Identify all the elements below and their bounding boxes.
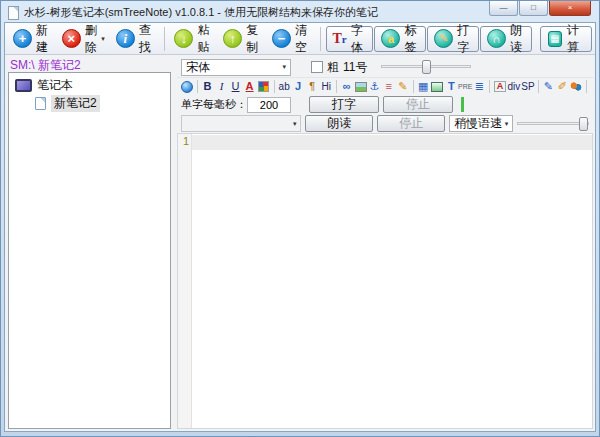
font-family-value: 宋体 xyxy=(186,59,210,76)
read-aloud-button-label: 朗读 xyxy=(510,22,525,56)
typing-row: 单字每毫秒： 打字 停止 xyxy=(177,95,593,114)
underline-icon[interactable]: U xyxy=(230,81,242,92)
line-number-gutter: 1 xyxy=(178,134,192,428)
font-button-label: 字体 xyxy=(351,22,367,56)
read-button[interactable]: 朗读 xyxy=(305,115,373,132)
window-content: + 新建 × 删除 ▾ i 查找 ↓ 粘贴 ↑ 复制 − xyxy=(4,22,596,432)
font-size-slider[interactable] xyxy=(381,60,471,74)
hr-icon[interactable]: ≡ xyxy=(383,81,395,92)
globe-a-icon: a xyxy=(381,29,400,48)
read-aloud-button[interactable]: ∩ 朗读 xyxy=(480,26,532,52)
type-button[interactable]: 打字 xyxy=(309,96,379,113)
close-button[interactable]: × xyxy=(549,1,591,16)
headphones-circle-icon: ∩ xyxy=(487,29,506,48)
note-page-icon xyxy=(35,97,46,110)
media-icon[interactable] xyxy=(431,82,443,92)
sp-icon[interactable]: SP xyxy=(522,82,534,92)
note-edit-icon[interactable]: ✎ xyxy=(542,81,554,92)
globe-icon[interactable] xyxy=(181,81,193,93)
table-icon[interactable]: ▦ xyxy=(417,81,429,92)
font-size-label: 11号 xyxy=(343,59,367,76)
slider-thumb[interactable] xyxy=(422,60,431,74)
pre-icon[interactable]: PRE xyxy=(459,83,471,90)
speech-speed-select[interactable]: 稍慢语速 ▾ xyxy=(449,115,513,132)
typing-progress-indicator xyxy=(461,97,464,112)
maximize-button[interactable]: □ xyxy=(519,1,548,16)
font-row: 宋体 ▾ 粗 11号 xyxy=(177,57,593,77)
calculate-button-label: 计算 xyxy=(567,22,585,56)
paste-button[interactable]: ↓ 粘贴 xyxy=(169,20,217,58)
icon-separator xyxy=(197,80,198,93)
typing-button[interactable]: ✎ 打字 xyxy=(427,26,479,52)
clear-button-label: 清空 xyxy=(295,22,310,56)
link-icon[interactable]: ∞ xyxy=(341,81,353,92)
typing-speed-group: 单字每毫秒： xyxy=(181,97,305,113)
list-icon[interactable]: ≣ xyxy=(473,81,485,92)
minus-circle-icon: − xyxy=(272,29,291,48)
new-button-label: 新建 xyxy=(36,22,51,56)
line-number: 1 xyxy=(183,135,189,147)
tree-item-label: 新笔记2 xyxy=(51,95,100,112)
pencil-circle-icon: ✎ xyxy=(434,29,453,48)
note-editor[interactable]: 1 xyxy=(177,133,593,429)
current-line-highlight xyxy=(192,135,592,150)
ms-per-char-input[interactable] xyxy=(247,97,291,113)
speech-speed-slider[interactable] xyxy=(517,117,589,131)
italic-icon[interactable]: I xyxy=(216,81,228,92)
arrow-up-circle-icon: ↑ xyxy=(223,29,242,48)
bold-checkbox[interactable] xyxy=(311,61,323,73)
icon-separator xyxy=(274,80,275,93)
delete-dropdown-icon[interactable]: ▾ xyxy=(101,35,105,43)
slider-thumb[interactable] xyxy=(579,117,588,131)
reading-row: ▾ 朗读 停止 稍慢语速 ▾ xyxy=(177,114,593,133)
users-icon[interactable] xyxy=(570,81,582,92)
ms-per-char-label: 单字每毫秒： xyxy=(181,97,247,112)
highlight-icon[interactable]: ab xyxy=(278,82,290,92)
superscript-icon[interactable]: Hi xyxy=(320,82,332,92)
x-circle-icon: × xyxy=(62,29,81,48)
image-icon[interactable] xyxy=(355,82,367,92)
calculate-button[interactable]: ▦ 计算 xyxy=(540,26,592,52)
tree-item-note[interactable]: 新笔记2 xyxy=(11,94,168,112)
window-title: 水杉-树形笔记本(smTreeNote) v1.0.8.1 - 使用无限树结构来… xyxy=(24,5,378,20)
delete-button[interactable]: × 删除 ▾ xyxy=(57,20,110,58)
anchor-icon[interactable]: ⚓ xyxy=(369,81,381,92)
app-window: 水杉-树形笔记本(smTreeNote) v1.0.8.1 - 使用无限树结构来… xyxy=(0,0,600,437)
font-button[interactable]: Tr 字体 xyxy=(326,26,374,52)
icon-separator xyxy=(489,80,490,93)
copy-button[interactable]: ↑ 复制 xyxy=(218,20,266,58)
pilcrow-icon[interactable]: ¶ xyxy=(306,81,318,92)
plus-circle-icon: + xyxy=(13,29,32,48)
read-stop-button[interactable]: 停止 xyxy=(377,115,445,132)
div-icon[interactable]: div xyxy=(508,82,520,92)
font-color-icon[interactable]: A xyxy=(244,81,256,92)
pen-icon[interactable]: ✐ xyxy=(556,81,568,92)
new-button[interactable]: + 新建 xyxy=(8,20,56,58)
paste-button-label: 粘贴 xyxy=(197,22,212,56)
icon-separator xyxy=(413,80,414,93)
minimize-button[interactable]: — xyxy=(489,1,518,16)
arrow-down-circle-icon: ↓ xyxy=(174,29,193,48)
icon-separator xyxy=(336,80,337,93)
tag-button[interactable]: a 标签 xyxy=(374,26,426,52)
edit-pencil-icon[interactable]: ✎ xyxy=(397,81,409,92)
bold-icon[interactable]: B xyxy=(202,81,214,92)
editor-text-area[interactable] xyxy=(192,134,592,428)
a-style-icon[interactable]: A xyxy=(494,81,506,92)
voice-select[interactable]: ▾ xyxy=(181,115,301,132)
chevron-down-icon: ▾ xyxy=(293,120,297,128)
note-tree: 笔记本 新笔记2 xyxy=(8,72,171,429)
find-button-label: 查找 xyxy=(139,22,154,56)
text-t-icon[interactable]: T xyxy=(445,81,457,92)
insert-j-icon[interactable]: J xyxy=(292,81,304,92)
typing-button-label: 打字 xyxy=(457,22,472,56)
left-panel: SM:\ 新笔记2 笔记本 新笔记2 xyxy=(8,57,171,429)
font-family-select[interactable]: 宋体 ▾ xyxy=(181,59,291,76)
tree-item-label: 笔记本 xyxy=(37,77,73,94)
clear-button[interactable]: − 清空 xyxy=(267,20,315,58)
palette-icon[interactable] xyxy=(258,81,270,92)
tree-item-notebook[interactable]: 笔记本 xyxy=(11,76,168,94)
copy-button-label: 复制 xyxy=(246,22,261,56)
type-stop-button[interactable]: 停止 xyxy=(383,96,453,113)
find-button[interactable]: i 查找 xyxy=(111,20,159,58)
